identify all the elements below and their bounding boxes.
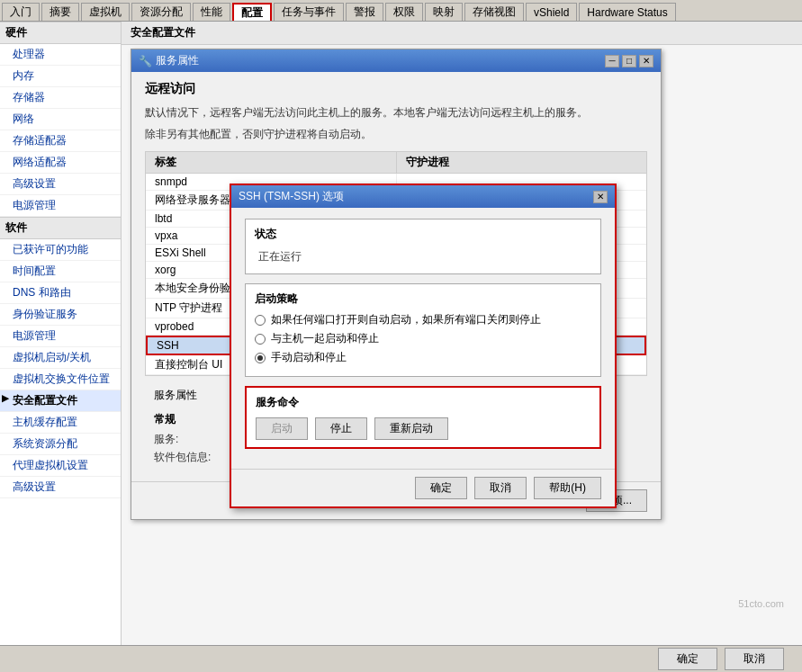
page-title: 安全配置文件 <box>122 22 802 45</box>
radio-option-3[interactable]: 手动启动和停止 <box>255 350 591 365</box>
bottom-bar: 确定 取消 <box>0 645 802 672</box>
remote-access-desc1: 默认情况下，远程客户端无法访问此主机上的服务。本地客户端无法访问远程主机上的服务… <box>145 104 647 121</box>
sidebar-item-time[interactable]: 时间配置 <box>0 261 121 282</box>
sidebar-item-processor[interactable]: 处理器 <box>0 44 121 66</box>
sidebar-item-power[interactable]: 电源管理 <box>0 195 121 217</box>
restart-button[interactable]: 重新启动 <box>374 417 448 440</box>
tab-summary[interactable]: 摘要 <box>41 3 79 21</box>
ok-button[interactable]: 确定 <box>415 477 467 499</box>
radio-label-1: 如果任何端口打开则自动启动，如果所有端口关闭则停止 <box>271 312 541 327</box>
watermark: 51cto.com <box>738 598 784 609</box>
sidebar-item-host-cache[interactable]: 主机缓存配置 <box>0 412 121 434</box>
sidebar-hardware-section: 硬件 <box>0 22 121 44</box>
service-props-titlebar[interactable]: 🔧 服务属性 ─ □ ✕ <box>131 49 661 72</box>
service-cmd-label: 服务命令 <box>256 395 590 410</box>
sidebar-item-advanced-sw[interactable]: 高级设置 <box>0 477 121 498</box>
ssh-dialog: SSH (TSM-SSH) 选项 ✕ 状态 正在运行 启动策略 如果任何端 <box>230 184 617 508</box>
radio-option-2[interactable]: 与主机一起启动和停止 <box>255 331 591 346</box>
content-area: 安全配置文件 🔧 服务属性 ─ □ ✕ 远程访问 默认情况下，远程客户端无法访问… <box>122 22 802 645</box>
radio-option-1[interactable]: 如果任何端口打开则自动启动，如果所有端口关闭则停止 <box>255 312 591 327</box>
sidebar-item-proxy-vm[interactable]: 代理虚拟机设置 <box>0 455 121 477</box>
stop-button[interactable]: 停止 <box>315 417 367 440</box>
radio-circle-1 <box>255 315 266 326</box>
remote-access-desc2: 除非另有其他配置，否则守护进程将自动启动。 <box>145 126 647 142</box>
tab-perm[interactable]: 权限 <box>385 3 423 21</box>
sidebar-item-sys-resource[interactable]: 系统资源分配 <box>0 434 121 455</box>
status-group: 状态 正在运行 <box>245 219 601 274</box>
tab-resource[interactable]: 资源分配 <box>131 3 191 21</box>
sidebar-item-auth[interactable]: 身份验证服务 <box>0 304 121 326</box>
ssh-dialog-footer: 确定 取消 帮助(H) <box>231 469 615 506</box>
tab-vm[interactable]: 虚拟机 <box>81 3 130 21</box>
service-props-title: 服务属性 <box>156 53 199 68</box>
top-nav: 入门 摘要 虚拟机 资源分配 性能 配置 任务与事件 警报 权限 映射 存储视图… <box>0 0 802 22</box>
sidebar-item-network[interactable]: 网络 <box>0 109 121 130</box>
radio-label-3: 手动启动和停止 <box>271 350 347 365</box>
status-label: 状态 <box>255 227 591 242</box>
service-label: 服务: <box>154 432 226 447</box>
tab-perf[interactable]: 性能 <box>193 3 230 21</box>
start-button[interactable]: 启动 <box>256 417 308 440</box>
tab-intro[interactable]: 入门 <box>2 3 40 21</box>
sidebar-item-dns[interactable]: DNS 和路由 <box>0 282 121 304</box>
sidebar-item-power-mgmt[interactable]: 电源管理 <box>0 326 121 347</box>
sidebar-software-section: 软件 <box>0 217 121 239</box>
service-props-icon: 🔧 <box>139 55 152 67</box>
tab-vshield[interactable]: vShield <box>526 3 577 21</box>
tab-storage[interactable]: 存储视图 <box>464 3 524 21</box>
sidebar-item-security-profile[interactable]: 安全配置文件 <box>0 390 121 412</box>
tab-config[interactable]: 配置 <box>232 3 272 21</box>
sidebar: 硬件 处理器 内存 存储器 网络 存储适配器 网络适配器 高级设置 电源管理 软… <box>0 22 122 645</box>
radio-circle-2 <box>255 334 266 345</box>
cancel-button[interactable]: 取消 <box>474 477 527 499</box>
tab-map[interactable]: 映射 <box>425 3 463 21</box>
ssh-title: SSH (TSM-SSH) 选项 <box>239 189 344 204</box>
sidebar-item-licensed[interactable]: 已获许可的功能 <box>0 239 121 261</box>
sidebar-item-advanced[interactable]: 高级设置 <box>0 174 121 195</box>
pkg-info-label: 软件包信息: <box>154 450 226 465</box>
sidebar-item-storage[interactable]: 存储器 <box>0 87 121 109</box>
col-label: 标签 <box>146 152 397 173</box>
window-close-button[interactable]: ✕ <box>639 55 653 67</box>
window-controls: ─ □ ✕ <box>605 55 653 67</box>
tab-alarm[interactable]: 警报 <box>346 3 383 21</box>
ssh-close-button[interactable]: ✕ <box>593 191 608 203</box>
startup-group: 启动策略 如果任何端口打开则自动启动，如果所有端口关闭则停止 与主机一起启动和停… <box>245 283 601 377</box>
col-daemon: 守护进程 <box>397 152 647 173</box>
remote-access-heading: 远程访问 <box>145 81 647 97</box>
service-cmd-group: 服务命令 启动 停止 重新启动 <box>245 386 601 449</box>
window-restore-button[interactable]: □ <box>622 55 636 67</box>
ssh-window-controls: ✕ <box>593 191 608 203</box>
service-table-header: 标签 守护进程 <box>146 152 646 174</box>
ssh-titlebar[interactable]: SSH (TSM-SSH) 选项 ✕ <box>231 185 615 208</box>
sidebar-item-storage-adapter[interactable]: 存储适配器 <box>0 130 121 152</box>
sidebar-item-network-adapter[interactable]: 网络适配器 <box>0 152 121 174</box>
help-button[interactable]: 帮助(H) <box>534 477 601 499</box>
sidebar-item-vm-swap[interactable]: 虚拟机交换文件位置 <box>0 369 121 390</box>
tab-tasks[interactable]: 任务与事件 <box>274 3 344 21</box>
ssh-content: 状态 正在运行 启动策略 如果任何端口打开则自动启动，如果所有端口关闭则停止 与… <box>231 208 615 469</box>
tab-hardware[interactable]: Hardware Status <box>579 3 675 21</box>
sidebar-item-vm-boot[interactable]: 虚拟机启动/关机 <box>0 347 121 369</box>
window-minimize-button[interactable]: ─ <box>605 55 619 67</box>
status-value: 正在运行 <box>255 247 591 266</box>
radio-circle-3 <box>255 353 266 363</box>
cmd-buttons-row: 启动 停止 重新启动 <box>256 417 590 440</box>
bottom-ok-button[interactable]: 确定 <box>658 648 717 670</box>
sidebar-item-memory[interactable]: 内存 <box>0 66 121 87</box>
radio-label-2: 与主机一起启动和停止 <box>271 331 379 346</box>
startup-label: 启动策略 <box>255 291 591 307</box>
bottom-cancel-button[interactable]: 取消 <box>725 648 784 670</box>
